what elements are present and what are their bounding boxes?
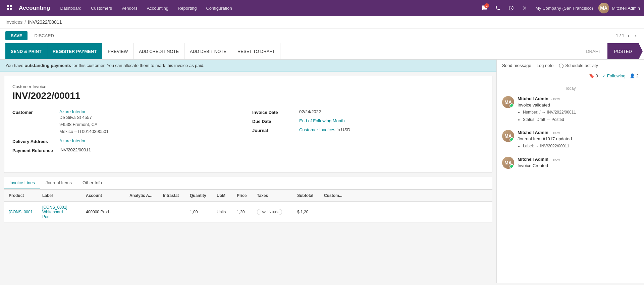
due-date-label: Due Date — [252, 118, 299, 124]
tab-journal-items[interactable]: Journal Items — [40, 177, 77, 189]
row-product: [CONS_0001... — [7, 208, 40, 216]
table-row[interactable]: [CONS_0001... [CONS_0001] Whiteboard Pen… — [4, 202, 492, 223]
toolbar: SEND & PRINT REGISTER PAYMENT PREVIEW AD… — [0, 43, 644, 60]
col-custom: Custom... — [322, 192, 329, 199]
message-header-1: Mitchell Admin - now — [518, 96, 639, 101]
add-debit-note-button[interactable]: ADD DEBIT NOTE — [184, 43, 232, 59]
svg-rect-3 — [10, 8, 12, 10]
top-menu: Dashboard Customers Vendors Accounting R… — [56, 0, 478, 16]
preview-button[interactable]: PREVIEW — [102, 43, 133, 59]
customer-label: Customer — [12, 109, 59, 115]
alert-text-end: for this customer. You can allocate them… — [71, 63, 204, 68]
row-account: 400000 Prod... — [84, 208, 127, 216]
due-date-link[interactable]: End of Following Month — [299, 118, 345, 123]
reset-to-draft-button[interactable]: RESET TO DRAFT — [232, 43, 280, 59]
menu-item-customers[interactable]: Customers — [86, 0, 117, 16]
table-header: Product Label Account Analytic A... Intr… — [4, 190, 492, 202]
tags-count[interactable]: 🔖 0 — [589, 73, 598, 78]
message-body-2: Mitchell Admin - now Journal Item #1017 … — [518, 130, 639, 150]
apps-menu-button[interactable] — [4, 2, 16, 14]
col-account: Account — [84, 192, 127, 199]
add-credit-note-button[interactable]: ADD CREDIT NOTE — [133, 43, 184, 59]
followers-count[interactable]: 👤 2 — [630, 73, 639, 78]
row-label-line2: Whiteboard — [42, 210, 82, 214]
menu-item-configuration[interactable]: Configuration — [201, 0, 236, 16]
alert-text-start: You have — [5, 63, 24, 68]
message-author-1: Mitchell Admin — [518, 96, 548, 101]
journal-field: Journal Customer Invoices in USD — [252, 127, 484, 133]
top-navigation: Accounting Dashboard Customers Vendors A… — [0, 0, 644, 16]
customer-address1: De Silva St 4557 — [59, 114, 109, 121]
followers-icon: 👤 — [630, 73, 635, 78]
payment-reference-field: Payment Reference INV/2022/00011 — [12, 147, 244, 153]
phone-icon[interactable] — [492, 3, 503, 13]
row-custom — [322, 211, 329, 213]
message-title-2: Journal Item #1017 updated — [518, 136, 639, 141]
next-button[interactable]: › — [633, 31, 639, 40]
customer-address3: Mexico – IT00140390501 — [59, 128, 109, 135]
close-icon[interactable] — [519, 3, 530, 13]
svg-rect-0 — [7, 5, 9, 7]
menu-item-vendors[interactable]: Vendors — [117, 0, 142, 16]
customer-value: Azure Interior De Silva St 4557 94538 Fr… — [59, 109, 109, 135]
send-print-button[interactable]: SEND & PRINT — [5, 43, 47, 59]
delivery-address-label: Delivery Address — [12, 138, 59, 144]
menu-item-accounting[interactable]: Accounting — [142, 0, 173, 16]
customer-name-link[interactable]: Azure Interior — [59, 109, 86, 114]
send-message-button[interactable]: Send message — [502, 63, 531, 68]
prev-button[interactable]: ‹ — [626, 31, 631, 40]
avatar-mitchell-1: MA — [502, 96, 514, 108]
status-posted[interactable]: POSTED — [607, 43, 639, 59]
row-price: 1,20 — [235, 208, 255, 216]
journal-in: in — [336, 127, 341, 132]
main-layout: You have outstanding payments for this c… — [0, 60, 644, 283]
breadcrumb-parent[interactable]: Invoices — [5, 19, 22, 25]
topnav-right-section: 2 My Company (San Francisco) MA Mitchell… — [479, 3, 640, 13]
breadcrumb: Invoices / INV/2022/00011 — [0, 16, 644, 28]
msg-detail-item-2a: Label: → INV/2022/00011 — [523, 143, 639, 150]
avatar[interactable]: MA — [598, 3, 609, 13]
message-title-3: Invoice Created — [518, 163, 639, 168]
clock-icon[interactable] — [506, 3, 517, 13]
schedule-activity-button[interactable]: ◯ Schedule activity — [559, 63, 598, 68]
save-button[interactable]: SAVE — [5, 31, 28, 40]
messaging-icon[interactable]: 2 — [479, 3, 490, 13]
outstanding-payments-alert: You have outstanding payments for this c… — [0, 60, 496, 72]
col-uom: UoM — [215, 192, 235, 199]
delivery-address-link[interactable]: Azure Interior — [59, 138, 86, 143]
avatar-image-3: MA — [502, 157, 514, 169]
following-button[interactable]: ✓ Following — [602, 73, 626, 78]
chatter-actions: Send message Log note ◯ Schedule activit… — [497, 60, 644, 82]
invoice-date-value: 02/24/2022 — [299, 109, 321, 114]
message-body-1: Mitchell Admin - now Invoice validated N… — [518, 96, 639, 123]
tags-count-value: 0 — [596, 73, 598, 78]
row-label-line3: Pen — [42, 214, 82, 219]
tab-invoice-lines[interactable]: Invoice Lines — [4, 177, 40, 189]
right-panel: Send message Log note ◯ Schedule activit… — [496, 60, 644, 283]
message-detail-2: Label: → INV/2022/00011 — [518, 143, 639, 150]
username: Mitchell Admin — [612, 6, 640, 11]
menu-item-dashboard[interactable]: Dashboard — [56, 0, 87, 16]
message-title-1: Invoice validated — [518, 102, 639, 108]
col-label: Label — [40, 192, 84, 199]
content-area: You have outstanding payments for this c… — [0, 60, 496, 283]
avatar-image-1: MA — [502, 96, 514, 108]
due-date-value: End of Following Month — [299, 118, 345, 123]
status-steps: DRAFT POSTED — [579, 43, 639, 59]
journal-value-link[interactable]: Customer Invoices — [299, 127, 335, 132]
message-time-2: - now — [551, 131, 560, 135]
avatar-mitchell-3: MA — [502, 157, 514, 169]
tab-other-info[interactable]: Other Info — [77, 177, 107, 189]
check-icon: ✓ — [602, 73, 606, 78]
chatter-message-3: MA Mitchell Admin - now Invoice Created — [502, 157, 639, 169]
journal-currency: USD — [341, 127, 350, 132]
register-payment-button[interactable]: REGISTER PAYMENT — [47, 43, 102, 59]
log-note-button[interactable]: Log note — [537, 63, 554, 68]
chatter-today-label: Today — [502, 86, 639, 91]
col-analytic: Analytic A... — [127, 192, 161, 199]
menu-item-reporting[interactable]: Reporting — [173, 0, 201, 16]
discard-button[interactable]: DISCARD — [30, 31, 58, 40]
col-intrastat: Intrastat — [161, 192, 188, 199]
message-badge: 2 — [484, 3, 489, 8]
row-uom: Units — [215, 208, 235, 216]
